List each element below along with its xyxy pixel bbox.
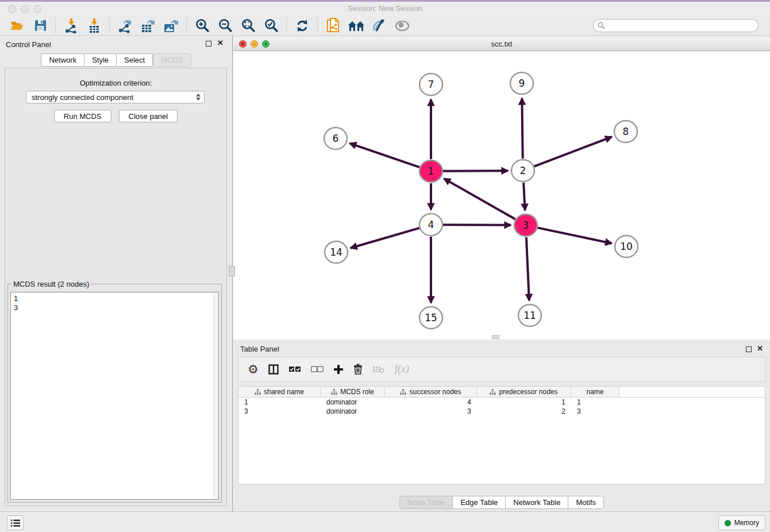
search-box[interactable] bbox=[593, 19, 759, 32]
graph-node-7[interactable]: 7 bbox=[419, 74, 442, 95]
delete-table-button[interactable] bbox=[372, 365, 385, 373]
table-row[interactable]: 1dominator411 bbox=[238, 398, 765, 407]
zoom-out-button[interactable] bbox=[214, 17, 237, 34]
add-row-button[interactable] bbox=[333, 364, 344, 375]
show-columns-button[interactable] bbox=[268, 364, 279, 375]
export-image-button[interactable] bbox=[160, 17, 183, 34]
column-header-successor-nodes[interactable]: successor nodes bbox=[385, 387, 477, 397]
export-network-button[interactable] bbox=[114, 17, 137, 34]
graph-node-2[interactable]: 2 bbox=[511, 160, 534, 182]
table-cell[interactable]: 1 bbox=[477, 398, 571, 407]
run-mcds-button[interactable]: Run MCDS bbox=[54, 110, 111, 122]
tab-motifs[interactable]: Motifs bbox=[568, 496, 604, 509]
import-network-icon bbox=[64, 18, 78, 33]
graph-edge-3-10[interactable] bbox=[538, 228, 612, 243]
graph-node-10[interactable]: 10 bbox=[615, 236, 638, 257]
graph-node-1[interactable]: 1 bbox=[419, 160, 442, 182]
clone-network-button[interactable] bbox=[322, 17, 345, 34]
zoom-fit-button[interactable] bbox=[237, 17, 260, 34]
network-graph[interactable]: 1234678910111415 bbox=[233, 51, 770, 340]
export-image-icon bbox=[164, 18, 179, 33]
zoom-in-button[interactable] bbox=[191, 17, 214, 34]
svg-text:2: 2 bbox=[520, 165, 526, 176]
column-header-predecessor-nodes[interactable]: predecessor nodes bbox=[477, 387, 571, 397]
graph-node-14[interactable]: 14 bbox=[325, 241, 348, 263]
table-cell[interactable]: dominator bbox=[321, 407, 385, 416]
close-table-panel-icon[interactable]: ✕ bbox=[757, 345, 763, 353]
graph-edge-1-6[interactable] bbox=[350, 143, 420, 167]
table-cell[interactable]: 2 bbox=[477, 407, 571, 416]
hide-graphics-details-button[interactable] bbox=[368, 17, 391, 34]
float-panel-icon[interactable] bbox=[206, 41, 211, 47]
graph-edge-3-11[interactable] bbox=[526, 237, 529, 300]
table-panel-title: Table Panel bbox=[240, 345, 279, 353]
zoom-selected-button[interactable] bbox=[260, 17, 283, 34]
graph-edge-1-2[interactable] bbox=[443, 171, 508, 171]
network-window-titlebar[interactable]: ✕ − + scc.txt bbox=[233, 38, 770, 51]
canvas-resize-handle[interactable] bbox=[492, 335, 499, 339]
tab-select[interactable]: Select bbox=[117, 53, 153, 67]
panel-splitter-handle[interactable] bbox=[229, 266, 235, 276]
tab-network[interactable]: Network bbox=[41, 53, 84, 67]
memory-button[interactable]: Memory bbox=[718, 515, 765, 530]
import-network-button[interactable] bbox=[60, 17, 83, 34]
svg-text:7: 7 bbox=[428, 79, 434, 90]
network-canvas[interactable]: 1234678910111415 bbox=[233, 51, 770, 340]
graph-edge-3-1[interactable] bbox=[444, 179, 515, 219]
tab-network-table[interactable]: Network Table bbox=[506, 496, 568, 509]
function-builder-button[interactable]: f(x) bbox=[395, 363, 409, 375]
delete-row-button[interactable] bbox=[353, 364, 363, 375]
column-header-name[interactable]: name bbox=[571, 387, 619, 397]
graph-edge-2-3[interactable] bbox=[523, 183, 525, 210]
deselect-all-button[interactable] bbox=[311, 365, 324, 373]
graph-edge-2-9[interactable] bbox=[522, 98, 522, 159]
open-session-button[interactable] bbox=[6, 17, 29, 34]
table-cell[interactable]: dominator bbox=[321, 398, 385, 407]
show-graphics-details-button[interactable] bbox=[391, 17, 414, 34]
tab-edge-table[interactable]: Edge Table bbox=[453, 496, 506, 509]
export-table-button[interactable] bbox=[137, 17, 160, 34]
table-cell[interactable]: 3 bbox=[238, 407, 321, 416]
select-all-button[interactable] bbox=[288, 365, 301, 373]
graph-node-8[interactable]: 8 bbox=[614, 121, 637, 142]
tab-style[interactable]: Style bbox=[84, 53, 117, 67]
tab-mcds[interactable]: MCDS bbox=[153, 53, 191, 67]
table-header-row: shared nameMCDS rolesuccessor nodesprede… bbox=[238, 387, 765, 398]
graph-node-3[interactable]: 3 bbox=[514, 214, 537, 236]
graph-node-15[interactable]: 15 bbox=[419, 307, 442, 329]
save-session-button[interactable] bbox=[29, 17, 52, 34]
open-folder-icon bbox=[10, 20, 24, 32]
table-cell[interactable]: 3 bbox=[571, 407, 619, 416]
graph-node-11[interactable]: 11 bbox=[518, 304, 541, 326]
close-panel-button[interactable]: Close panel bbox=[119, 110, 178, 122]
control-panel: Control Panel ✕ Network Style Select MCD… bbox=[0, 36, 233, 511]
float-table-panel-icon[interactable] bbox=[746, 346, 752, 352]
table-row[interactable]: 3dominator323 bbox=[238, 407, 765, 416]
table-body[interactable]: 1dominator4113dominator323 bbox=[238, 398, 765, 484]
table-cell[interactable]: 4 bbox=[385, 398, 477, 407]
mcds-result-text[interactable]: 13 bbox=[10, 292, 219, 500]
home-button[interactable] bbox=[345, 17, 368, 34]
result-scrollbar[interactable] bbox=[213, 292, 218, 499]
table-cell[interactable]: 1 bbox=[238, 398, 321, 407]
table-cell[interactable]: 1 bbox=[571, 398, 619, 407]
import-table-button[interactable] bbox=[83, 17, 106, 34]
table-settings-button[interactable]: ⚙ bbox=[248, 364, 259, 375]
graph-node-6[interactable]: 6 bbox=[324, 128, 347, 149]
graph-node-9[interactable]: 9 bbox=[510, 72, 533, 94]
graph-edge-4-14[interactable] bbox=[351, 228, 419, 248]
network-view-window: ✕ − + scc.txt 1234678910111415 bbox=[233, 38, 770, 340]
table-cell[interactable]: 3 bbox=[385, 407, 477, 416]
column-header-MCDS-role[interactable]: MCDS role bbox=[321, 387, 385, 397]
graph-node-4[interactable]: 4 bbox=[419, 214, 442, 236]
search-input[interactable] bbox=[607, 21, 758, 30]
graph-edge-4-3[interactable] bbox=[443, 225, 511, 225]
criterion-dropdown[interactable]: strongly connected component bbox=[26, 91, 205, 103]
close-panel-icon[interactable]: ✕ bbox=[217, 39, 224, 47]
refresh-button[interactable] bbox=[291, 17, 314, 34]
mcds-panel: Optimization criterion: strongly connect… bbox=[5, 68, 227, 506]
tab-node-table[interactable]: Node Table bbox=[399, 496, 453, 509]
graph-edge-2-8[interactable] bbox=[534, 137, 612, 166]
task-history-button[interactable] bbox=[7, 515, 24, 530]
column-header-shared-name[interactable]: shared name bbox=[238, 387, 321, 397]
